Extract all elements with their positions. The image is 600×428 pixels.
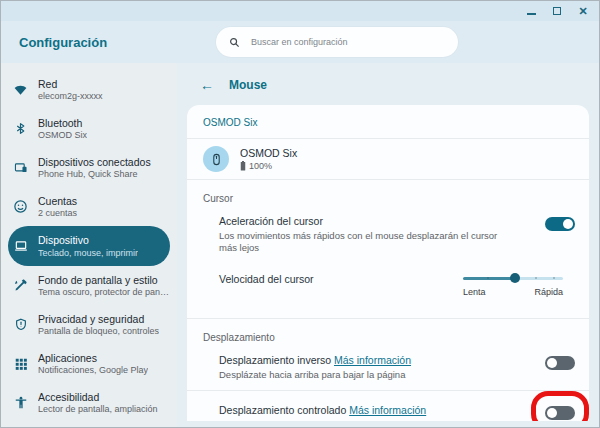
cursor-acceleration-title: Aceleración del cursor xyxy=(219,215,499,227)
titlebar: ✕ xyxy=(1,1,599,21)
apps-grid-icon xyxy=(12,355,29,372)
sidebar-item-bluetooth[interactable]: Bluetooth OSMOD Six xyxy=(1,109,177,148)
device-row[interactable]: OSMOD Six 100% xyxy=(187,139,589,180)
inverse-scrolling-more-link[interactable]: Más información xyxy=(334,354,411,366)
sidebar-item-wallpaper[interactable]: Fondo de pantalla y estilo Tema oscuro, … xyxy=(1,266,177,305)
sidebar-item-connected-devices[interactable]: Dispositivos conectados Phone Hub, Quick… xyxy=(1,148,177,187)
sidebar-item-privacy[interactable]: Privacidad y seguridad Pantalla de bloqu… xyxy=(1,305,177,344)
sidebar-item-accessibility[interactable]: Accesibilidad Lector de pantalla, amplia… xyxy=(1,383,177,422)
inverse-scrolling-subtitle: Desplázate hacia arriba para bajar la pá… xyxy=(219,369,411,381)
wallpaper-style-icon xyxy=(12,277,29,294)
settings-window: ✕ Configuración Buscar en configuración … xyxy=(0,0,600,428)
search-input[interactable]: Buscar en configuración xyxy=(216,27,458,57)
inverse-scrolling-toggle[interactable] xyxy=(545,356,575,370)
mouse-device-icon xyxy=(203,146,229,172)
sidebar-item-red[interactable]: Red elecom2g-xxxxx xyxy=(1,70,177,109)
inverse-scrolling-row: Desplazamiento inverso Más información D… xyxy=(187,345,589,391)
battery-percent: 100% xyxy=(249,161,272,171)
cursor-speed-row: Velocidad del cursor Lenta Rápida xyxy=(187,264,589,306)
cursor-speed-title: Velocidad del cursor xyxy=(219,273,314,285)
back-arrow-icon[interactable]: ← xyxy=(200,78,214,92)
sidebar-item-apps[interactable]: Aplicaciones Notificaciones, Google Play xyxy=(1,344,177,383)
app-header: Configuración Buscar en configuración xyxy=(1,21,599,63)
slider-label-slow: Lenta xyxy=(463,287,486,297)
inverse-scrolling-title: Desplazamiento inverso Más información xyxy=(219,354,411,366)
laptop-icon xyxy=(12,238,29,255)
controlled-scrolling-row: Desplazamiento controlado Más informació… xyxy=(187,391,589,421)
accounts-icon xyxy=(12,198,29,215)
slider-knob[interactable] xyxy=(510,273,520,283)
scrolling-section: Desplazamiento Desplazamiento inverso Má… xyxy=(187,318,589,421)
cursor-speed-slider[interactable]: Lenta Rápida xyxy=(463,277,563,297)
search-placeholder: Buscar en configuración xyxy=(251,37,348,47)
sidebar: Red elecom2g-xxxxx Bluetooth OSMOD Six xyxy=(1,63,177,427)
cursor-section-label: Cursor xyxy=(187,180,589,206)
scrolling-section-label: Desplazamiento xyxy=(187,319,589,345)
search-icon xyxy=(229,37,240,48)
slider-track[interactable] xyxy=(463,277,563,280)
bluetooth-icon xyxy=(12,120,29,137)
cursor-acceleration-subtitle: Los movimientos más rápidos con el mouse… xyxy=(219,230,499,255)
device-name: OSMOD Six xyxy=(240,147,297,159)
cursor-acceleration-row: Aceleración del cursor Los movimientos m… xyxy=(187,206,589,264)
minimize-icon[interactable] xyxy=(525,5,537,17)
page-title: Mouse xyxy=(229,78,267,92)
accessibility-icon xyxy=(12,394,29,411)
maximize-icon[interactable] xyxy=(551,5,563,17)
cursor-acceleration-toggle[interactable] xyxy=(545,217,575,231)
app-title: Configuración xyxy=(19,35,107,50)
sidebar-item-device[interactable]: Dispositivo Teclado, mouse, imprimir xyxy=(8,226,170,266)
connected-devices-icon xyxy=(12,159,29,176)
card-section-title: OSMOD Six xyxy=(187,105,589,139)
cursor-section: Cursor Aceleración del cursor Los movimi… xyxy=(187,180,589,306)
slider-label-fast: Rápida xyxy=(534,287,563,297)
battery-icon xyxy=(240,161,246,171)
controlled-scrolling-more-link[interactable]: Más información xyxy=(349,404,426,416)
mouse-settings-card: OSMOD Six OSMOD Six 100% Cur xyxy=(187,105,589,421)
controlled-scrolling-title: Desplazamiento controlado Más informació… xyxy=(219,404,426,416)
wifi-icon xyxy=(12,81,29,98)
controlled-scrolling-toggle[interactable] xyxy=(545,406,575,420)
shield-icon xyxy=(12,316,29,333)
main-content: ← Mouse OSMOD Six OSMOD Six 100% xyxy=(177,63,599,427)
sidebar-item-accounts[interactable]: Cuentas 2 cuentas xyxy=(1,187,177,226)
close-icon[interactable]: ✕ xyxy=(577,5,589,17)
